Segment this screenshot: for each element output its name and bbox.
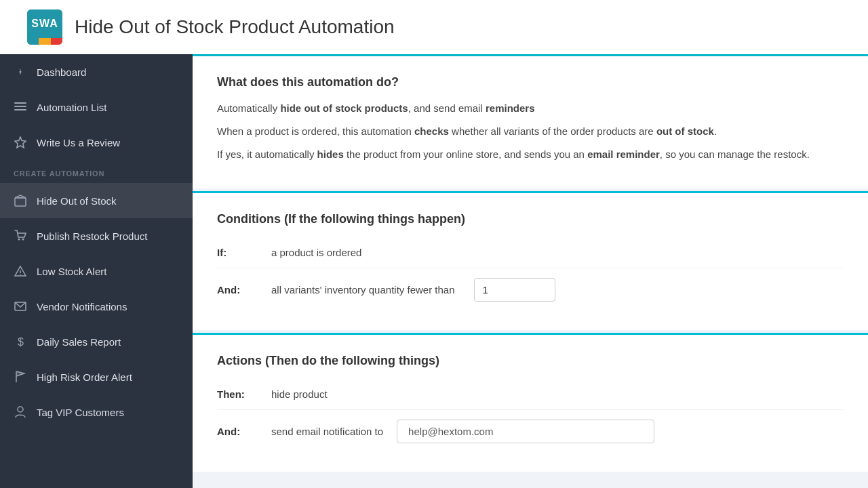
condition-and-text: all variants' inventory quantity fewer t… <box>271 284 455 296</box>
line3-pre: If yes, it automatically <box>217 148 317 160</box>
line2-mid1: whether all variants of the order produc… <box>449 125 656 137</box>
action-then-label: Then: <box>217 388 258 400</box>
sidebar-item-hide-out-of-stock-label: Hide Out of Stock <box>37 195 117 207</box>
line1-mid: , and send email <box>408 102 486 114</box>
what-does-line1: Automatically hide out of stock products… <box>217 100 844 117</box>
line3-mid1: the product from your online store, and … <box>344 148 587 160</box>
sidebar-item-daily-sales-report[interactable]: $ Daily Sales Report <box>0 324 193 359</box>
mail-icon <box>14 300 27 313</box>
conditions-section: Conditions (If the following things happ… <box>193 191 868 330</box>
sidebar-item-low-stock-alert-label: Low Stock Alert <box>37 266 106 277</box>
create-automation-label: CREATE AUTOMATION <box>14 169 104 178</box>
line1-bold1: hide out of stock products <box>280 102 408 114</box>
sidebar-item-high-risk-order-alert-label: High Risk Order Alert <box>37 371 132 383</box>
conditions-title: Conditions (If the following things happ… <box>217 212 844 226</box>
condition-row-1: If: a product is ordered <box>217 237 844 268</box>
svg-point-12 <box>20 274 21 275</box>
svg-rect-4 <box>14 109 26 110</box>
page-title: Hide Out of Stock Product Automation <box>75 16 395 38</box>
content-area: What does this automation do? Automatica… <box>193 54 868 488</box>
email-notification-input[interactable] <box>397 420 654 443</box>
svg-rect-2 <box>14 102 26 104</box>
action-and-label: And: <box>217 426 258 437</box>
star-icon <box>14 136 27 149</box>
line3-bold2: email reminder <box>587 148 660 160</box>
logo-text: SWA <box>27 9 62 38</box>
line2-pre: When a product is ordered, this automati… <box>217 125 414 137</box>
svg-marker-5 <box>15 137 26 148</box>
create-automation-divider: CREATE AUTOMATION <box>0 160 193 183</box>
line3-bold1: hides <box>317 148 344 160</box>
sidebar-item-write-review-label: Write Us a Review <box>37 137 120 148</box>
svg-text:i: i <box>20 68 21 76</box>
condition-if-label: If: <box>217 247 258 258</box>
line2-bold1: checks <box>414 125 449 137</box>
inventory-quantity-input[interactable] <box>474 278 555 302</box>
action-row-1: Then: hide product <box>217 379 844 410</box>
line2-mid2: . <box>714 125 717 137</box>
svg-text:$: $ <box>18 336 24 348</box>
what-does-section: What does this automation do? Automatica… <box>193 54 868 188</box>
condition-and-label: And: <box>217 284 258 296</box>
actions-title: Actions (Then do the following things) <box>217 354 844 368</box>
flag-icon <box>14 370 27 384</box>
box-icon <box>14 194 27 207</box>
cart-icon <box>14 229 27 243</box>
action-row-2: And: send email notification to <box>217 410 844 453</box>
sidebar-item-publish-restock-label: Publish Restock Product <box>37 230 147 242</box>
warning-icon <box>14 264 27 278</box>
what-does-line3: If yes, it automatically hides the produ… <box>217 146 844 163</box>
sidebar-item-daily-sales-report-label: Daily Sales Report <box>37 336 121 348</box>
line1-bold2: reminders <box>486 102 535 114</box>
sidebar: i Dashboard Automation List Write Us <box>0 54 193 488</box>
action-and-text: send email notification to <box>271 426 383 437</box>
what-does-line2: When a product is ordered, this automati… <box>217 123 844 140</box>
sidebar-item-publish-restock[interactable]: Publish Restock Product <box>0 218 193 253</box>
top-header: SWA Hide Out of Stock Product Automation <box>0 0 868 54</box>
main-layout: i Dashboard Automation List Write Us <box>0 54 868 488</box>
actions-section: Actions (Then do the following things) T… <box>193 333 868 472</box>
list-icon <box>14 100 27 114</box>
sidebar-item-automation-list[interactable]: Automation List <box>0 89 193 125</box>
svg-point-16 <box>18 407 23 412</box>
app-logo: SWA <box>27 9 62 45</box>
svg-rect-3 <box>14 106 26 107</box>
dashboard-icon: i <box>14 65 27 79</box>
sidebar-item-tag-vip-customers-label: Tag VIP Customers <box>37 407 124 418</box>
sidebar-item-dashboard-label: Dashboard <box>37 66 86 78</box>
sidebar-item-write-review[interactable]: Write Us a Review <box>0 125 193 160</box>
line1-pre: Automatically <box>217 102 280 114</box>
sidebar-item-low-stock-alert[interactable]: Low Stock Alert <box>0 253 193 289</box>
line2-bold2: out of stock <box>656 125 714 137</box>
condition-if-text: a product is ordered <box>271 247 361 258</box>
dollar-icon: $ <box>14 335 27 348</box>
sidebar-item-vendor-notifications-label: Vendor Notifications <box>37 301 127 312</box>
sidebar-item-tag-vip-customers[interactable]: Tag VIP Customers <box>0 394 193 430</box>
sidebar-item-hide-out-of-stock[interactable]: Hide Out of Stock <box>0 183 193 218</box>
action-then-text: hide product <box>271 388 328 400</box>
sidebar-item-automation-list-label: Automation List <box>37 102 106 113</box>
what-does-title: What does this automation do? <box>217 75 844 89</box>
svg-point-9 <box>22 239 24 241</box>
condition-row-2: And: all variants' inventory quantity fe… <box>217 268 844 311</box>
sidebar-item-high-risk-order-alert[interactable]: High Risk Order Alert <box>0 359 193 394</box>
sidebar-item-vendor-notifications[interactable]: Vendor Notifications <box>0 289 193 324</box>
person-icon <box>14 405 27 419</box>
svg-point-8 <box>18 239 20 241</box>
line3-end: , so you can manage the restock. <box>660 148 810 160</box>
svg-rect-6 <box>15 198 26 206</box>
sidebar-item-dashboard[interactable]: i Dashboard <box>0 54 193 89</box>
logo-stripe <box>27 38 62 45</box>
